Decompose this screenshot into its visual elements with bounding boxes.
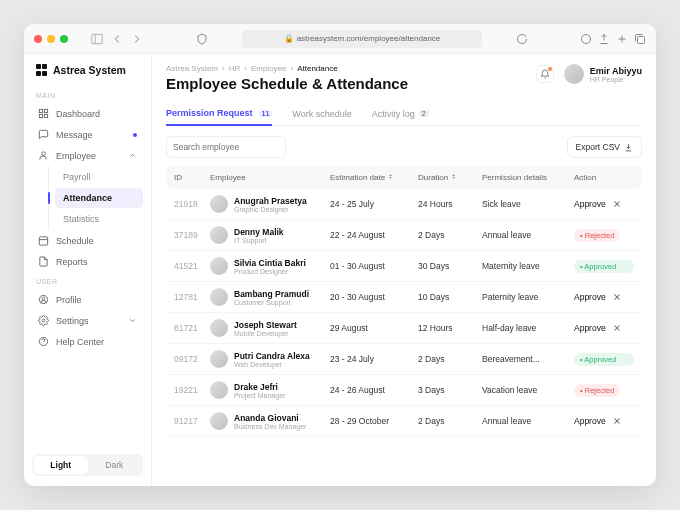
sidebar-item-message[interactable]: Message [32,124,143,145]
cell-id: 37189 [174,230,210,240]
cell-duration: 10 Days [418,292,482,302]
employee-avatar [210,257,228,275]
sidebar-item-employee[interactable]: Employee [32,145,143,166]
table-row: 19221Drake JefriProject Manager24 - 26 A… [166,375,642,406]
employee-icon [38,150,49,161]
cell-id: 09172 [174,354,210,364]
reject-icon[interactable] [612,199,622,209]
col-duration[interactable]: Duration [418,173,482,182]
cell-action: Approve [574,323,634,333]
reject-icon[interactable] [612,416,622,426]
cell-details: Bereavement... [482,354,574,364]
search-input[interactable] [173,142,280,152]
crumb[interactable]: HR [229,64,241,73]
breadcrumb: Astrea System› HR› Employee› Attendance [166,64,408,73]
share-icon[interactable] [580,33,592,45]
help-icon [38,336,49,347]
cell-estimation: 23 - 24 July [330,354,418,364]
svg-rect-8 [39,114,42,117]
export-label: Export CSV [576,142,620,152]
approve-button[interactable]: Approve [574,416,606,426]
employee-name: Putri Candra Alexa [234,351,310,361]
tab-badge: 11 [259,110,273,117]
app-body: Astrea System MAIN Dashboard Message Emp… [24,54,656,486]
table-body: 21918Anugrah PrasetyaGraphic Designer24 … [166,189,642,476]
tab-work-schedule[interactable]: Work schedule [292,102,351,125]
cell-estimation: 28 - 29 October [330,416,418,426]
sidebar-label: Employee [56,151,96,161]
cell-duration: 3 Days [418,385,482,395]
sidebar-item-profile[interactable]: Profile [32,289,143,310]
tab-permission-request[interactable]: Permission Request 11 [166,102,272,126]
avatar [564,64,584,84]
employee-role: Product Designer [234,268,306,275]
col-estimation[interactable]: Estimation date [330,173,418,182]
theme-dark[interactable]: Dark [88,456,142,474]
plus-icon[interactable] [616,33,628,45]
table-row: 81721Joseph StewartMobile Developer29 Au… [166,313,642,344]
sidebar-item-settings[interactable]: Settings [32,310,143,331]
brand-name: Astrea System [53,64,126,76]
sidebar-item-reports[interactable]: Reports [32,251,143,272]
reject-icon[interactable] [612,323,622,333]
approve-button[interactable]: Approve [574,292,606,302]
crumb[interactable]: Astrea System [166,64,218,73]
chevron-up-icon [128,151,137,160]
export-csv-button[interactable]: Export CSV [567,136,642,158]
forward-icon[interactable] [130,32,144,46]
svg-rect-0 [92,34,103,43]
cell-details: Vacation leave [482,385,574,395]
reload-icon[interactable] [516,33,528,45]
employee-avatar [210,288,228,306]
sidebar-item-attendance[interactable]: Attendance [55,188,143,208]
main-content: Astrea System› HR› Employee› Attendance … [152,54,656,486]
brand[interactable]: Astrea System [32,64,143,76]
cell-employee: Joseph StewartMobile Developer [210,319,330,337]
approve-button[interactable]: Approve [574,199,606,209]
url-text: astreasystem.com/employee/attendance [297,34,441,43]
crumb[interactable]: Employee [251,64,287,73]
sidebar-item-help[interactable]: Help Center [32,331,143,352]
approve-button[interactable]: Approve [574,323,606,333]
shield-icon [196,33,208,45]
sidebar-item-statistics[interactable]: Statistics [55,209,143,229]
table-row: 09172Putri Candra AlexaWeb Developer23 -… [166,344,642,375]
window-controls [34,35,68,43]
sidebar-item-dashboard[interactable]: Dashboard [32,103,143,124]
col-details[interactable]: Permission details [482,173,574,182]
address-bar[interactable]: 🔒 astreasystem.com/employee/attendance [242,30,482,48]
user-menu[interactable]: Emir Abiyyu HR People [564,64,642,84]
notifications-button[interactable] [536,65,554,83]
close-window[interactable] [34,35,42,43]
cell-id: 41521 [174,261,210,271]
minimize-window[interactable] [47,35,55,43]
upload-icon[interactable] [598,33,610,45]
cell-duration: 30 Days [418,261,482,271]
col-id[interactable]: ID [174,173,210,182]
employee-avatar [210,412,228,430]
cell-action: Approve [574,199,634,209]
col-employee[interactable]: Employee [210,173,330,182]
back-icon[interactable] [110,32,124,46]
cell-action: • Rejected [574,384,634,397]
cell-details: Half-day leave [482,323,574,333]
tab-label: Activity log [372,109,415,119]
tabs-icon[interactable] [634,33,646,45]
cell-estimation: 29 August [330,323,418,333]
cell-details: Sick leave [482,199,574,209]
tab-badge: 2 [419,110,429,117]
sidebar-toggle-icon[interactable] [90,32,104,46]
tab-activity-log[interactable]: Activity log 2 [372,102,429,125]
reject-icon[interactable] [612,292,622,302]
sidebar-item-payroll[interactable]: Payroll [55,167,143,187]
cell-employee: Silvia Cintia BakriProduct Designer [210,257,330,275]
employee-avatar [210,195,228,213]
cell-employee: Denny MalikIT Support [210,226,330,244]
schedule-icon [38,235,49,246]
cell-duration: 12 Hours [418,323,482,333]
theme-light[interactable]: Light [34,456,88,474]
section-user: USER [36,278,143,285]
page-header: Astrea System› HR› Employee› Attendance … [166,64,642,92]
sidebar-item-schedule[interactable]: Schedule [32,230,143,251]
maximize-window[interactable] [60,35,68,43]
